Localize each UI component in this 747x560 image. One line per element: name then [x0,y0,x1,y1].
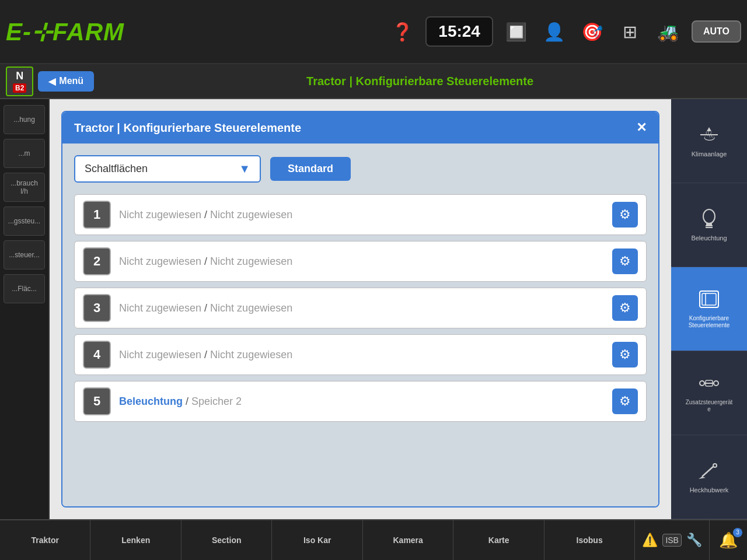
item-label-3: Nicht zugewiesen / Nicht zugewiesen [119,302,604,314]
heckhubwerk-label: Heckhubwerk [690,487,729,494]
logo-text: E-⊹FARM [6,18,124,46]
sidebar-item-klimaanlage[interactable]: ♨ Klimaanlage [671,99,747,183]
modal-title: Tractor | Konfigurierbare Steuerelemente [74,121,301,135]
bell-button[interactable]: 🔔 3 [719,531,738,550]
list-item: 4 Nicht zugewiesen / Nicht zugewiesen ⚙ [74,334,647,375]
left-sidebar-item-5: ...steuer... [4,240,45,270]
konfigurierbare-icon [697,289,721,313]
left-sidebar-item-4: ...gssteu... [4,206,45,236]
dropdown-row: Schaltflächen ▼ Standard [74,155,647,183]
left-sidebar-item-2: ...m [4,139,45,168]
sidebar-item-konfigurierbare[interactable]: KonfigurierbareSteuerelemente [671,267,747,351]
tab-section[interactable]: Section [181,520,272,560]
settings-icon[interactable]: 🔧 [686,533,702,548]
b2-badge: B2 [13,83,26,93]
time-display: 15:24 [425,16,493,47]
warning-icon[interactable]: ⚠️ [642,533,658,548]
help-icon[interactable]: ❓ [388,22,417,42]
list-item: 1 Nicht zugewiesen / Nicht zugewiesen ⚙ [74,194,647,235]
svg-point-15 [713,464,717,467]
item-number-3: 3 [83,294,111,322]
left-sidebar-item-3: ...brauchl/h [4,173,45,202]
left-sidebar-item-1: ...hung [4,105,45,134]
bell-badge-count: 3 [733,528,742,537]
top-bar: E-⊹FARM ❓ 15:24 🔲 👤 🎯 ⊞ 🚜 AUTO [0,0,747,64]
left-sidebar-item-6: ...Fläc... [4,274,45,303]
logo: E-⊹FARM [6,18,124,46]
right-sidebar: ♨ Klimaanlage Beleuchtung [671,99,747,519]
menu-button[interactable]: ◀ Menü [38,71,94,92]
dropdown-arrow-icon: ▼ [239,162,250,176]
list-item: 3 Nicht zugewiesen / Nicht zugewiesen ⚙ [74,288,647,328]
beleuchtung-label: Beleuchtung [691,235,727,242]
item-gear-button-3[interactable]: ⚙ [612,295,638,321]
n-badge: N B2 [6,66,33,96]
svg-rect-8 [702,293,716,305]
dropdown-value: Schaltflächen [85,163,148,175]
gauge-icon[interactable]: 🎯 [578,22,607,42]
grid-icon[interactable]: ⊞ [616,22,645,42]
modal-dialog: Tractor | Konfigurierbare Steuerelemente… [61,111,659,508]
nav-bar: N B2 ◀ Menü Tractor | Konfigurierbare St… [0,64,747,99]
sidebar-item-heckhubwerk[interactable]: Heckhubwerk [671,435,747,519]
tab-traktor[interactable]: Traktor [0,520,90,560]
bottom-tab-bar: Traktor Lenken Section Iso Kar Kamera Ka… [0,519,747,560]
tab-isobus[interactable]: Isobus [544,520,635,560]
klimaanlage-label: Klimaanlage [692,150,727,158]
bell-area: 🔔 3 [710,520,747,560]
item-label-4: Nicht zugewiesen / Nicht zugewiesen [119,349,604,361]
konfigurierbare-label: KonfigurierbareSteuerelemente [689,315,730,329]
heckhubwerk-icon [697,460,721,484]
auto-button[interactable]: AUTO [692,20,741,43]
list-item: 2 Nicht zugewiesen / Nicht zugewiesen ⚙ [74,241,647,282]
svg-point-10 [700,381,704,386]
svg-line-14 [702,466,714,477]
modal-close-button[interactable]: ✕ [636,120,647,135]
left-sidebar: ...hung ...m ...brauchl/h ...gssteu... .… [0,99,50,519]
zusatz-label: Zusatzsteuergeräte [686,399,733,413]
item-gear-button-4[interactable]: ⚙ [612,342,638,368]
sidebar-item-beleuchtung[interactable]: Beleuchtung [671,183,747,267]
isb-icon[interactable]: ISB [662,534,682,547]
tab-karte[interactable]: Karte [453,520,544,560]
modal-body: Schaltflächen ▼ Standard 1 Nicht zugewie… [62,144,658,506]
item-label-5: Beleuchtung / Speicher 2 [119,396,604,408]
standard-button[interactable]: Standard [270,157,351,181]
schaltflachen-dropdown[interactable]: Schaltflächen ▼ [74,155,261,183]
item-number-4: 4 [83,341,111,369]
nav-title: Tractor | Konfigurierbare Steuerelemente [99,75,741,88]
item-number-2: 2 [83,247,111,275]
item-label-2: Nicht zugewiesen / Nicht zugewiesen [119,256,604,268]
klimaanlage-icon: ♨ [697,124,721,148]
camera-icon[interactable]: 🔲 [502,22,531,42]
item-number-1: 1 [83,201,111,229]
back-arrow-icon: ◀ [48,76,55,87]
svg-marker-16 [699,477,706,479]
user-icon[interactable]: 👤 [540,22,569,42]
bottom-icons: ⚠️ ISB 🔧 [635,520,710,560]
item-gear-button-2[interactable]: ⚙ [612,249,638,274]
sidebar-item-zusatz[interactable]: Zusatzsteuergeräte [671,351,747,435]
main-area: ...hung ...m ...brauchl/h ...gssteu... .… [0,99,747,519]
tab-isokar[interactable]: Iso Kar [272,520,362,560]
item-gear-button-1[interactable]: ⚙ [612,202,638,228]
svg-point-11 [714,381,718,386]
list-item: 5 Beleuchtung / Speicher 2 ⚙ [74,381,647,422]
modal-header: Tractor | Konfigurierbare Steuerelemente… [62,112,658,144]
tab-kamera[interactable]: Kamera [363,520,453,560]
tractor-icon[interactable]: 🚜 [654,22,683,42]
svg-point-3 [703,209,715,223]
item-label-1: Nicht zugewiesen / Nicht zugewiesen [119,209,604,221]
zusatz-icon [697,373,721,397]
item-gear-button-5[interactable]: ⚙ [612,388,638,414]
beleuchtung-icon [697,208,721,232]
tab-lenken[interactable]: Lenken [90,520,181,560]
center-content: Tractor | Konfigurierbare Steuerelemente… [50,99,671,519]
assignment-list: 1 Nicht zugewiesen / Nicht zugewiesen ⚙ … [74,194,647,422]
item-number-5: 5 [83,387,111,415]
